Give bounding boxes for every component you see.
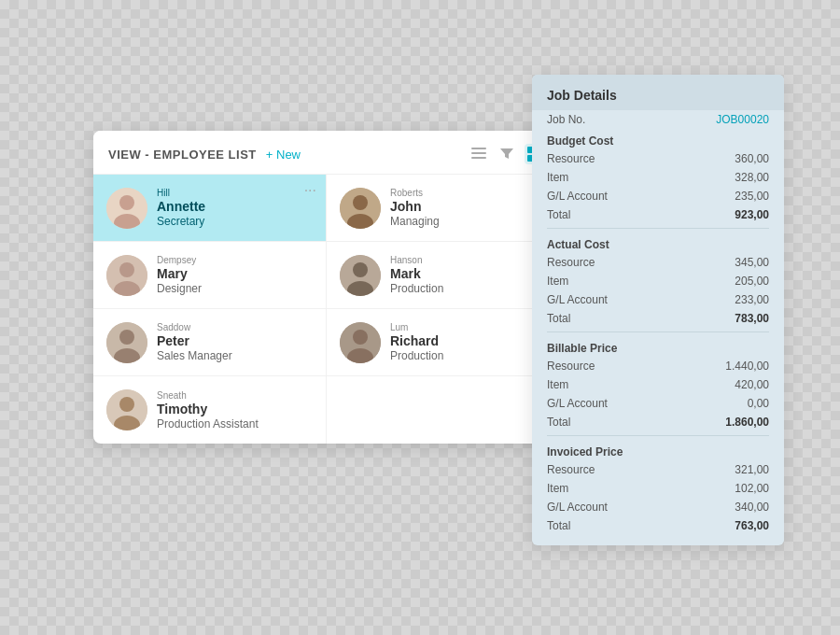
avatar-john [340, 188, 381, 229]
emp-info-richard: Lum Richard Production [390, 322, 547, 362]
divider-2 [547, 332, 769, 332]
employee-timothy[interactable]: Sneath Timothy Production Assistant [93, 376, 327, 444]
billable-gl-label: G/L Account [547, 397, 608, 410]
emp-info-mark: Hanson Mark Production [390, 255, 547, 295]
actual-total-row: Total 783,00 [532, 309, 784, 328]
employee-mark[interactable]: Hanson Mark Production [327, 242, 560, 309]
avatar-richard [340, 322, 381, 363]
actual-item-label: Item [547, 275, 568, 288]
invoiced-resource-label: Resource [547, 463, 595, 476]
list-view-icon[interactable] [469, 144, 489, 164]
budget-resource-label: Resource [547, 152, 595, 165]
invoiced-resource-row: Resource 321,00 [532, 460, 784, 479]
billable-item-label: Item [547, 378, 568, 391]
actual-resource-label: Resource [547, 256, 595, 269]
emp-role-mary: Designer [157, 282, 313, 295]
new-button[interactable]: + New [266, 148, 301, 162]
section-billable-title: Billable Price [532, 336, 784, 357]
actual-item-row: Item 205,00 [532, 272, 784, 290]
billable-resource-label: Resource [547, 360, 595, 373]
employee-list-card: VIEW - EMPLOYEE LIST + New [93, 131, 560, 444]
billable-gl-row: G/L Account 0,00 [532, 394, 784, 413]
billable-total-value: 1.860,00 [725, 416, 769, 429]
emp-info-annette: Hill Annette Secretary [157, 188, 313, 228]
actual-resource-value: 345,00 [735, 256, 769, 269]
budget-resource-value: 360,00 [735, 152, 769, 165]
billable-resource-value: 1.440,00 [725, 360, 769, 373]
avatar-mark [340, 255, 381, 296]
invoiced-item-value: 102,00 [735, 482, 769, 495]
invoiced-item-row: Item 102,00 [532, 479, 784, 498]
employee-list-header: VIEW - EMPLOYEE LIST + New [93, 131, 560, 175]
budget-item-label: Item [547, 171, 568, 184]
emp-surname-peter: Saddow [157, 322, 313, 332]
job-no-label: Job No. [547, 113, 585, 126]
actual-total-value: 783,00 [735, 312, 769, 325]
svg-point-26 [119, 397, 134, 412]
svg-rect-0 [471, 148, 486, 149]
emp-name-richard: Richard [390, 333, 547, 348]
job-details-panel: Job Details Job No. JOB00020 Budget Cost… [532, 75, 784, 545]
budget-total-value: 923,00 [735, 208, 769, 221]
emp-name-mark: Mark [390, 266, 547, 281]
section-actual-title: Actual Cost [532, 233, 784, 253]
svg-point-20 [119, 330, 134, 345]
emp-surname-mark: Hanson [390, 255, 547, 265]
emp-role-richard: Production [390, 349, 547, 362]
budget-gl-label: G/L Account [547, 190, 608, 203]
section-budget-title: Budget Cost [532, 129, 784, 149]
billable-resource-row: Resource 1.440,00 [532, 357, 784, 375]
actual-gl-row: G/L Account 233,00 [532, 290, 784, 309]
emp-role-mark: Production [390, 282, 547, 295]
employee-annette[interactable]: Hill Annette Secretary ··· [93, 175, 327, 242]
employee-peter[interactable]: Saddow Peter Sales Manager [93, 309, 327, 376]
budget-resource-row: Resource 360,00 [532, 149, 784, 168]
emp-surname-mary: Dempsey [157, 255, 313, 265]
emp-surname-annette: Hill [157, 188, 313, 198]
invoiced-gl-label: G/L Account [547, 501, 608, 514]
divider-3 [547, 435, 769, 436]
emp-surname-john: Roberts [390, 188, 547, 198]
emp-role-annette: Secretary [157, 215, 313, 228]
emp-role-peter: Sales Manager [157, 349, 313, 362]
svg-point-8 [119, 195, 134, 210]
svg-point-14 [119, 262, 134, 277]
svg-rect-1 [471, 152, 486, 154]
employee-richard[interactable]: Lum Richard Production [327, 309, 560, 376]
actual-gl-label: G/L Account [547, 293, 608, 306]
emp-cell-empty [327, 376, 560, 444]
filter-icon[interactable] [497, 144, 517, 164]
invoiced-resource-value: 321,00 [735, 463, 769, 476]
employee-mary[interactable]: Dempsey Mary Designer [93, 242, 327, 309]
employee-john[interactable]: Roberts John Managing [327, 175, 560, 242]
actual-resource-row: Resource 345,00 [532, 253, 784, 272]
job-no-value: JOB00020 [716, 113, 769, 126]
budget-item-row: Item 328,00 [532, 168, 784, 187]
avatar-mary [106, 255, 147, 296]
avatar-timothy [106, 389, 147, 430]
actual-gl-value: 233,00 [735, 293, 769, 306]
invoiced-total-value: 763,00 [735, 519, 769, 532]
job-no-row: Job No. JOB00020 [532, 110, 784, 129]
scene: VIEW - EMPLOYEE LIST + New [56, 75, 784, 560]
budget-gl-row: G/L Account 235,00 [532, 187, 784, 205]
emp-role-timothy: Production Assistant [157, 417, 313, 430]
emp-info-peter: Saddow Peter Sales Manager [157, 322, 313, 362]
actual-total-label: Total [547, 312, 570, 325]
emp-menu-annette[interactable]: ··· [304, 182, 316, 199]
budget-gl-value: 235,00 [735, 190, 769, 203]
billable-gl-value: 0,00 [748, 397, 769, 410]
invoiced-item-label: Item [547, 482, 568, 495]
actual-item-value: 205,00 [735, 275, 769, 288]
emp-name-mary: Mary [157, 266, 313, 281]
emp-info-mary: Dempsey Mary Designer [157, 255, 313, 295]
job-sections: Budget Cost Resource 360,00 Item 328,00 … [532, 129, 784, 545]
employee-grid: Hill Annette Secretary ··· Roberts [93, 175, 560, 444]
emp-surname-richard: Lum [390, 322, 547, 332]
budget-item-value: 328,00 [735, 171, 769, 184]
billable-total-label: Total [547, 416, 570, 429]
emp-name-john: John [390, 199, 547, 214]
svg-point-23 [353, 330, 368, 345]
emp-name-timothy: Timothy [157, 402, 313, 416]
emp-surname-timothy: Sneath [157, 390, 313, 401]
